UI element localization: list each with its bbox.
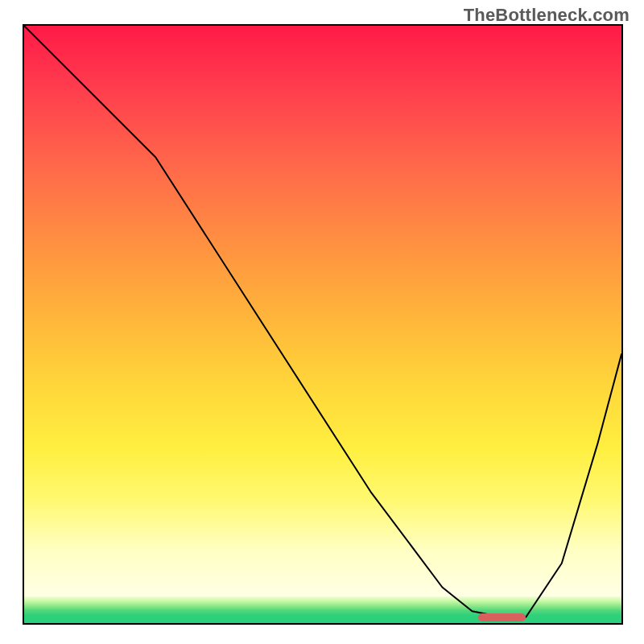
watermark-text: TheBottleneck.com <box>464 5 630 26</box>
curve-svg <box>24 26 621 623</box>
plot-area <box>23 24 623 625</box>
curve-path <box>24 26 621 617</box>
minimum-marker <box>478 613 526 621</box>
chart-container: TheBottleneck.com <box>0 0 644 644</box>
